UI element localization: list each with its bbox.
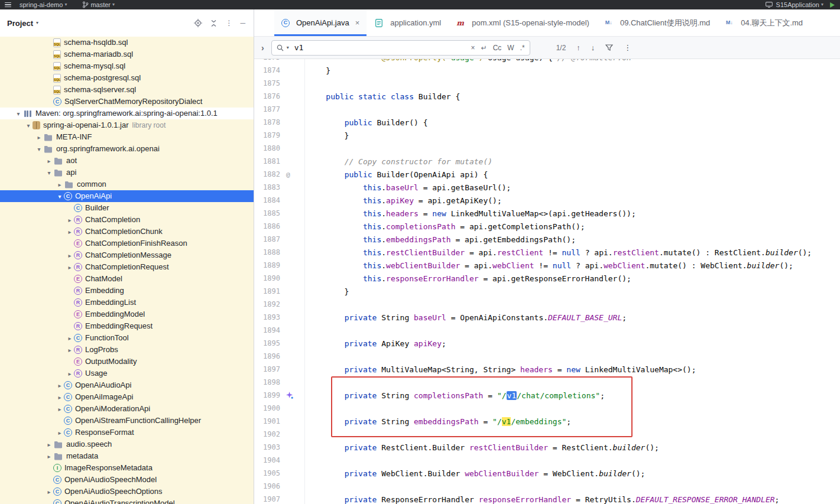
tree-item-imageresponsemetadata[interactable]: IImageResponseMetadata <box>0 462 254 474</box>
search-history-icon[interactable]: ▾ <box>287 45 289 50</box>
code-line-1876[interactable]: 1876 public static class Builder { <box>254 90 840 103</box>
chevron-right-icon[interactable]: ▸ <box>35 134 43 141</box>
code-line-1895[interactable]: 1895 private ApiKey apiKey; <box>254 337 840 350</box>
tree-item-embeddingrequest[interactable]: REmbeddingRequest <box>0 320 254 332</box>
code-line-1899[interactable]: 1899 private String completionsPath = "/… <box>254 389 840 402</box>
tree-item-openaistreamfunctioncallinghelper[interactable]: COpenAiStreamFunctionCallingHelper <box>0 415 254 427</box>
ai-sparkle-icon[interactable] <box>280 392 307 399</box>
line-number[interactable]: 1873 <box>254 59 280 61</box>
run-configuration-selector[interactable]: S15Application ▾ <box>776 1 823 8</box>
chevron-right-icon[interactable]: ▸ <box>45 453 53 460</box>
line-number[interactable]: 1878 <box>254 118 280 126</box>
editor-tab-openaiapi-java[interactable]: COpenAiApi.java× <box>274 9 367 36</box>
main-menu-icon[interactable] <box>5 1 11 8</box>
more-options-icon[interactable]: ⋮ <box>225 19 232 27</box>
tree-item-openaiaudiospeechmodel[interactable]: COpenAiAudioSpeechModel <box>0 474 254 486</box>
code-line-1888[interactable]: 1888 this.restClientBuilder = api.restCl… <box>254 246 840 259</box>
run-button[interactable] <box>829 2 835 8</box>
line-number[interactable]: 1899 <box>254 391 280 399</box>
editor-tab-application-yml[interactable]: application.yml <box>367 9 448 36</box>
tree-item-org-springframework-ai-openai[interactable]: ▾org.springframework.ai.openai <box>0 143 254 155</box>
code-line-1873[interactable]: 1873 @JsonProperty("usage") Usage usage)… <box>254 59 840 64</box>
more-options-icon[interactable]: ⋮ <box>624 44 631 51</box>
tree-item-chatmodel[interactable]: EChatModel <box>0 273 254 285</box>
line-number[interactable]: 1886 <box>254 222 280 230</box>
code-line-1904[interactable]: 1904 <box>254 454 840 467</box>
tree-item-outputmodality[interactable]: EOutputModality <box>0 356 254 368</box>
tree-item-api[interactable]: ▾api <box>0 167 254 178</box>
line-number[interactable]: 1898 <box>254 378 280 386</box>
expand-search-icon[interactable]: › <box>261 43 264 53</box>
line-number[interactable]: 1884 <box>254 196 280 204</box>
close-tab-icon[interactable]: × <box>355 18 360 27</box>
tree-item-common[interactable]: ▸common <box>0 178 254 190</box>
tree-item-openaiaudiotranscriptionmodel[interactable]: COpenAiAudioTranscriptionModel <box>0 498 254 504</box>
project-widget[interactable]: spring-ai-demo ▾ <box>20 1 67 8</box>
code-line-1883[interactable]: 1883 this.baseUrl = api.getBaseUrl(); <box>254 181 840 194</box>
toggle-regex[interactable]: .* <box>520 44 525 52</box>
previous-match-icon[interactable]: ↑ <box>576 44 580 51</box>
tree-item-functiontool[interactable]: ▸CFunctionTool <box>0 332 254 344</box>
tree-item-openaiaudiospeechoptions[interactable]: ▸COpenAiAudioSpeechOptions <box>0 486 254 498</box>
tree-item-meta-inf[interactable]: ▸META-INF <box>0 131 254 143</box>
line-number[interactable]: 1895 <box>254 339 280 347</box>
chevron-down-icon[interactable]: ▾ <box>24 122 33 129</box>
tree-item-responseformat[interactable]: ▸CResponseFormat <box>0 427 254 438</box>
line-number[interactable]: 1880 <box>254 144 280 152</box>
line-number[interactable]: 1890 <box>254 274 280 282</box>
tree-item-openaiaudioapi[interactable]: ▸COpenAiAudioApi <box>0 379 254 391</box>
code-line-1879[interactable]: 1879 } <box>254 129 840 142</box>
editor-tab-04-md[interactable]: M↓04.聊天上下文.md <box>717 9 810 36</box>
line-number[interactable]: 1885 <box>254 209 280 217</box>
code-line-1907[interactable]: 1907 private ResponseErrorHandler respon… <box>254 493 840 504</box>
newline-icon[interactable]: ↵ <box>481 44 487 51</box>
chevron-down-icon[interactable]: ▾ <box>45 170 53 176</box>
chevron-down-icon[interactable]: ▾ <box>56 193 64 200</box>
tree-item-openaiimageapi[interactable]: ▸COpenAiImageApi <box>0 391 254 403</box>
code-area[interactable]: 1873 @JsonProperty("usage") Usage usage)… <box>254 59 840 504</box>
code-line-1898[interactable]: 1898 <box>254 376 840 389</box>
code-line-1881[interactable]: 1881 // Copy constructor for mutate() <box>254 155 840 168</box>
code-line-1902[interactable]: 1902 <box>254 428 840 441</box>
chevron-right-icon[interactable]: ▸ <box>45 489 53 495</box>
chevron-right-icon[interactable]: ▸ <box>66 217 74 223</box>
hide-panel-icon[interactable]: ─ <box>240 19 245 27</box>
filter-icon[interactable] <box>605 44 613 51</box>
line-number[interactable]: 1892 <box>254 300 280 308</box>
tree-item-usage[interactable]: ▸RUsage <box>0 368 254 379</box>
line-number[interactable]: 1900 <box>254 404 280 412</box>
chevron-right-icon[interactable]: ▸ <box>66 370 74 377</box>
chevron-right-icon[interactable]: ▸ <box>66 335 74 342</box>
line-number[interactable]: 1874 <box>254 66 280 74</box>
collapse-all-icon[interactable] <box>210 19 218 27</box>
line-number[interactable]: 1883 <box>254 183 280 191</box>
chevron-right-icon[interactable]: ▸ <box>56 394 64 401</box>
search-input[interactable]: ▾ v1 × ↵ CcW.* <box>271 40 530 56</box>
line-number[interactable]: 1905 <box>254 469 280 477</box>
tree-item-chatcompletionmessage[interactable]: ▸RChatCompletionMessage <box>0 249 254 261</box>
chevron-right-icon[interactable]: ▸ <box>66 264 74 271</box>
chevron-right-icon[interactable]: ▸ <box>66 252 74 259</box>
tree-item-embedding[interactable]: REmbedding <box>0 285 254 297</box>
tree-item-openaiapi[interactable]: ▾COpenAiApi <box>0 190 254 202</box>
chevron-right-icon[interactable]: ▸ <box>66 347 74 353</box>
code-line-1880[interactable]: 1880 <box>254 142 840 155</box>
code-line-1877[interactable]: 1877 <box>254 103 840 116</box>
vcs-branch-widget[interactable]: master ▾ <box>82 1 115 8</box>
tree-item-metadata[interactable]: ▸metadata <box>0 450 254 462</box>
tree-item-builder[interactable]: CBuilder <box>0 202 254 214</box>
chevron-down-icon[interactable]: ▾ <box>36 21 38 25</box>
line-number[interactable]: 1881 <box>254 157 280 165</box>
editor-tab-09-chatclient-md[interactable]: M↓09.ChatClient使用说明.md <box>596 9 717 36</box>
line-number[interactable]: 1907 <box>254 495 280 503</box>
chevron-right-icon[interactable]: ▸ <box>45 158 53 164</box>
line-number[interactable]: 1879 <box>254 131 280 139</box>
chevron-right-icon[interactable]: ▸ <box>56 382 64 389</box>
code-line-1891[interactable]: 1891 } <box>254 285 840 298</box>
line-number[interactable]: 1901 <box>254 417 280 425</box>
code-line-1897[interactable]: 1897 private MultiValueMap<String, Strin… <box>254 363 840 376</box>
tree-item-embeddinglist[interactable]: REmbeddingList <box>0 297 254 308</box>
chevron-right-icon[interactable]: ▸ <box>45 441 53 448</box>
tree-item-chatcompletionchunk[interactable]: ▸RChatCompletionChunk <box>0 226 254 238</box>
line-number[interactable]: 1877 <box>254 105 280 113</box>
